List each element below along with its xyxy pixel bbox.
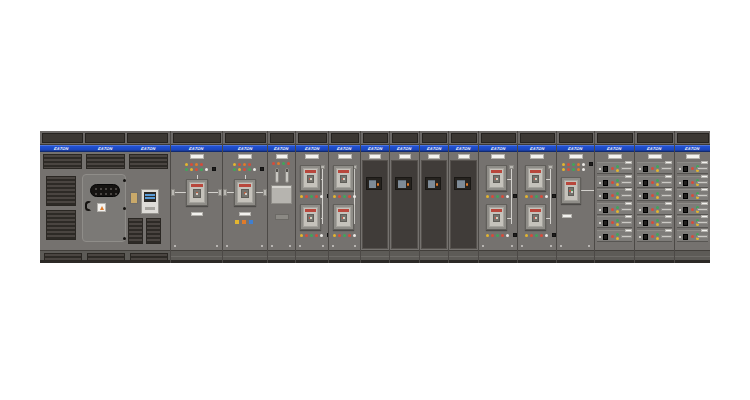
racking-handle[interactable] bbox=[621, 167, 632, 170]
warning-label bbox=[97, 203, 106, 212]
breaker-handle[interactable] bbox=[643, 180, 648, 186]
roof-vent bbox=[225, 133, 266, 143]
door-bolt bbox=[289, 245, 291, 247]
indicator-lamp-green bbox=[616, 219, 619, 222]
breaker-handle[interactable] bbox=[603, 166, 608, 172]
circuit-breaker[interactable] bbox=[486, 165, 507, 191]
racking-handle[interactable] bbox=[661, 167, 672, 170]
scene-canvas: EATONEATONEATONEATONEATONEATONEATONEATON… bbox=[0, 0, 750, 400]
racking-handle[interactable] bbox=[661, 194, 672, 197]
indicator-lamp-green bbox=[656, 206, 659, 209]
selector-switch[interactable] bbox=[130, 192, 138, 204]
circuit-breaker[interactable] bbox=[300, 204, 321, 230]
breaker-handle[interactable] bbox=[603, 234, 608, 240]
roof-vent bbox=[42, 133, 83, 143]
lcd-screen[interactable] bbox=[398, 180, 406, 188]
breaker-handle[interactable] bbox=[643, 220, 648, 226]
plinth bbox=[329, 250, 360, 263]
lcd-screen[interactable] bbox=[428, 180, 435, 188]
circuit-breaker[interactable] bbox=[561, 177, 581, 204]
door-bolt bbox=[174, 245, 176, 247]
racking-handle[interactable] bbox=[621, 208, 632, 211]
plinth bbox=[595, 250, 634, 263]
breaker-handle[interactable] bbox=[683, 180, 688, 186]
test-switch[interactable] bbox=[589, 162, 593, 166]
breaker-handle[interactable] bbox=[683, 207, 688, 213]
breaker-handle[interactable] bbox=[683, 166, 688, 172]
racking-handle[interactable] bbox=[697, 167, 708, 170]
lcd-screen[interactable] bbox=[369, 180, 376, 188]
breaker-handle[interactable] bbox=[643, 234, 648, 240]
circuit-breaker[interactable] bbox=[300, 165, 321, 191]
racking-handle[interactable] bbox=[621, 235, 632, 238]
indicator-lamp-red bbox=[651, 235, 654, 238]
brand-band: EATON bbox=[296, 145, 328, 152]
breaker-rating-label bbox=[338, 170, 349, 173]
door-bolt bbox=[588, 245, 590, 247]
roof-vent bbox=[637, 133, 673, 143]
circuit-breaker[interactable] bbox=[186, 179, 208, 206]
door-bolt bbox=[511, 245, 513, 247]
racking-handle[interactable] bbox=[661, 221, 672, 224]
racking-handle[interactable] bbox=[697, 235, 708, 238]
racking-handle[interactable] bbox=[621, 221, 632, 224]
unit-label bbox=[665, 161, 672, 164]
breaker-handle[interactable] bbox=[683, 220, 688, 226]
roof-vent bbox=[331, 133, 359, 143]
breaker-handle[interactable] bbox=[603, 180, 608, 186]
brand-logo: EATON bbox=[304, 145, 320, 152]
racking-handle[interactable] bbox=[661, 235, 672, 238]
roof-strip bbox=[361, 131, 389, 145]
plinth-trim bbox=[296, 256, 328, 257]
breaker-window bbox=[193, 189, 201, 198]
door-handle-hook[interactable] bbox=[85, 201, 92, 211]
racking-handle[interactable] bbox=[621, 181, 632, 184]
lcd-screen[interactable] bbox=[457, 180, 465, 188]
fuse-cap bbox=[286, 169, 288, 172]
breaker-charge-indicator bbox=[310, 217, 312, 219]
indicator-lamp-white bbox=[253, 168, 256, 171]
breaker-handle[interactable] bbox=[643, 166, 648, 172]
racking-handle[interactable] bbox=[697, 221, 708, 224]
circuit-breaker[interactable] bbox=[525, 165, 546, 191]
circuit-breaker[interactable] bbox=[333, 204, 354, 230]
plinth-trim bbox=[518, 256, 556, 257]
camlock-stud bbox=[100, 188, 102, 190]
section-door bbox=[479, 152, 517, 250]
breaker-handle[interactable] bbox=[603, 220, 608, 226]
breaker-handle[interactable] bbox=[603, 193, 608, 199]
circuit-breaker[interactable] bbox=[234, 179, 256, 206]
breaker-face bbox=[336, 207, 351, 227]
circuit-breaker[interactable] bbox=[486, 204, 507, 230]
test-switch[interactable] bbox=[212, 167, 216, 171]
indicator-lamp-green bbox=[200, 168, 203, 171]
indicator-lamp-yellow bbox=[525, 195, 528, 198]
breaker-rating-label bbox=[305, 209, 316, 212]
power-meter[interactable] bbox=[141, 189, 159, 214]
racking-handle[interactable] bbox=[697, 181, 708, 184]
breaker-handle[interactable] bbox=[603, 207, 608, 213]
racking-handle[interactable] bbox=[661, 181, 672, 184]
circuit-breaker[interactable] bbox=[525, 204, 546, 230]
meter-buttons[interactable] bbox=[145, 207, 155, 210]
indicator-lamp-red bbox=[305, 234, 308, 237]
breaker-face bbox=[489, 168, 504, 188]
racking-handle[interactable] bbox=[697, 208, 708, 211]
plinth bbox=[635, 250, 674, 263]
breaker-rating-label bbox=[530, 209, 541, 212]
breaker-handle[interactable] bbox=[683, 234, 688, 240]
indicator-lamp-yellow bbox=[656, 210, 659, 213]
breaker-handle[interactable] bbox=[683, 193, 688, 199]
racking-handle[interactable] bbox=[621, 194, 632, 197]
circuit-breaker[interactable] bbox=[333, 165, 354, 191]
brand-band: EATON bbox=[329, 145, 360, 152]
indicator-lamp-orange bbox=[577, 168, 580, 171]
test-switch[interactable] bbox=[260, 167, 264, 171]
breaker-handle[interactable] bbox=[643, 193, 648, 199]
racking-handle[interactable] bbox=[661, 208, 672, 211]
indicator-lamp-white bbox=[582, 168, 585, 171]
breaker-handle[interactable] bbox=[643, 207, 648, 213]
racking-handle[interactable] bbox=[697, 194, 708, 197]
unit-label bbox=[239, 212, 251, 216]
unit-label bbox=[665, 202, 672, 205]
